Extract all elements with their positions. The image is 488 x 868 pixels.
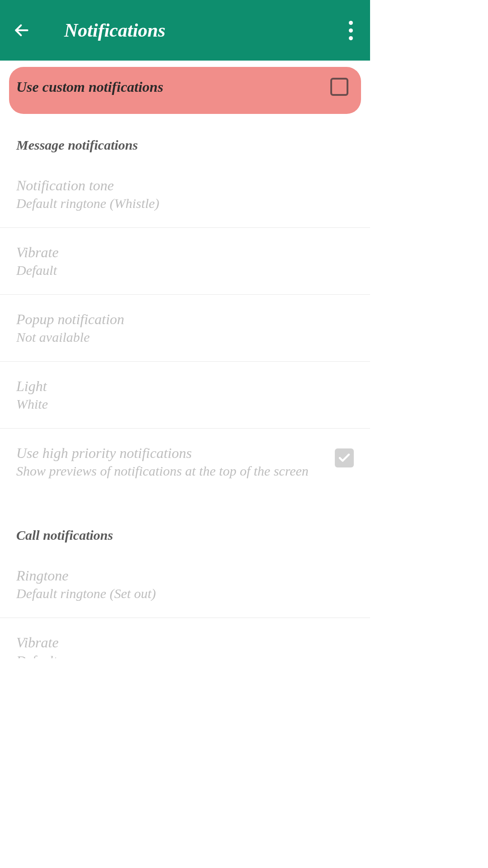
setting-title: Popup notification <box>16 311 354 328</box>
setting-title: Use high priority notifications <box>16 445 335 462</box>
high-priority-row[interactable]: Use high priority notifications Show pre… <box>0 429 370 495</box>
call-vibrate-row[interactable]: Vibrate Default <box>0 618 370 658</box>
setting-subtitle: Default ringtone (Set out) <box>16 586 354 601</box>
setting-subtitle: White <box>16 396 354 412</box>
message-section-header: Message notifications <box>0 114 370 161</box>
notification-tone-row[interactable]: Notification tone Default ringtone (Whis… <box>0 161 370 228</box>
setting-title: Vibrate <box>16 634 354 651</box>
setting-subtitle: Default ringtone (Whistle) <box>16 196 354 211</box>
check-icon <box>338 451 351 465</box>
arrow-left-icon <box>13 22 30 39</box>
custom-notifications-toggle[interactable]: Use custom notifications <box>9 67 361 114</box>
vibrate-row[interactable]: Vibrate Default <box>0 228 370 295</box>
setting-subtitle: Not available <box>16 330 354 345</box>
setting-title: Vibrate <box>16 244 354 261</box>
checkbox-checked-icon <box>335 448 354 467</box>
setting-text-container: Use high priority notifications Show pre… <box>16 445 335 479</box>
call-section-header: Call notifications <box>0 495 370 551</box>
setting-title: Light <box>16 378 354 395</box>
checkbox-unchecked-icon <box>330 78 348 96</box>
back-button[interactable] <box>13 21 31 39</box>
popup-notification-row[interactable]: Popup notification Not available <box>0 295 370 362</box>
setting-subtitle: Default <box>16 653 354 658</box>
setting-title: Ringtone <box>16 567 354 584</box>
menu-button[interactable] <box>349 21 353 40</box>
menu-dot-icon <box>349 28 353 33</box>
ringtone-row[interactable]: Ringtone Default ringtone (Set out) <box>0 551 370 618</box>
light-row[interactable]: Light White <box>0 362 370 429</box>
app-header: Notifications <box>0 0 370 61</box>
setting-subtitle: Default <box>16 263 354 278</box>
setting-subtitle: Show previews of notifications at the to… <box>16 463 335 479</box>
content-area: Use custom notifications Message notific… <box>0 61 370 658</box>
page-title: Notifications <box>64 19 165 41</box>
custom-notifications-label: Use custom notifications <box>16 79 163 95</box>
menu-dot-icon <box>349 21 353 25</box>
setting-title: Notification tone <box>16 177 354 194</box>
menu-dot-icon <box>349 36 353 40</box>
